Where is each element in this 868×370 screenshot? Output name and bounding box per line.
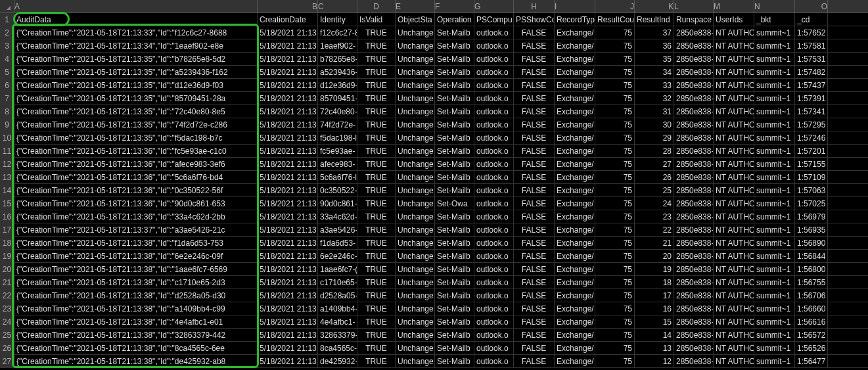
cell[interactable]: Set-Mailb <box>435 53 474 65</box>
cell[interactable]: summit~1 <box>754 250 795 262</box>
cell[interactable]: 75 <box>595 158 635 170</box>
cell[interactable]: 75 <box>595 66 635 78</box>
cell[interactable]: Exchange/ <box>555 342 595 354</box>
cell[interactable]: summit~1 <box>754 39 795 52</box>
cell[interactable]: Unchange <box>396 118 435 131</box>
grid-body[interactable]: 1AuditDataCreationDateIdentityIsValidObj… <box>0 13 868 368</box>
cell[interactable]: Set-Mailb <box>435 223 474 236</box>
cell[interactable]: summit~1 <box>754 184 795 197</box>
cell[interactable]: 1:56755 <box>795 276 828 289</box>
cell[interactable]: 35 <box>635 53 674 65</box>
cell[interactable]: 1:56572 <box>795 329 828 341</box>
cell[interactable]: NT AUTHO <box>714 342 754 354</box>
cell[interactable]: {"CreationTime":"2021-05-18T21:13:36","I… <box>14 210 258 223</box>
cell[interactable]: FALSE <box>514 171 555 183</box>
cell[interactable]: Exchange/ <box>555 158 595 170</box>
cell[interactable]: Unchange <box>396 171 435 183</box>
cell[interactable]: 17 <box>635 289 674 302</box>
cell[interactable]: summit~1 <box>754 342 795 354</box>
row-header[interactable]: 26 <box>0 342 14 354</box>
cell[interactable]: TRUE <box>357 355 396 367</box>
cell[interactable]: {"CreationTime":"2021-05-18T21:13:35","I… <box>14 118 258 131</box>
cell[interactable]: Set-Mailb <box>435 131 474 144</box>
cell[interactable]: 16 <box>635 302 674 315</box>
row-header[interactable]: 13 <box>0 171 14 183</box>
cell[interactable]: NT AUTHO <box>714 26 754 39</box>
cell[interactable]: 1:57063 <box>795 184 828 197</box>
cell[interactable]: Set-Mailb <box>435 237 474 249</box>
cell[interactable]: 1:56979 <box>795 210 828 223</box>
cell[interactable]: Set-Mailb <box>435 105 474 118</box>
cell[interactable]: 5/18/2021 21:13 <box>258 53 318 65</box>
cell[interactable]: outlook.o <box>474 39 514 52</box>
cell[interactable]: Unchange <box>396 355 435 367</box>
row-header[interactable]: 5 <box>0 66 14 78</box>
cell[interactable]: 2850e838- <box>674 250 714 262</box>
row-header[interactable]: 18 <box>0 237 14 249</box>
cell[interactable]: Unchange <box>396 39 435 52</box>
cell[interactable]: FALSE <box>514 289 555 302</box>
cell[interactable]: 2850e838- <box>674 66 714 78</box>
cell[interactable]: 5/18/2021 21:13 <box>258 145 318 157</box>
cell[interactable]: Exchange/ <box>555 118 595 131</box>
cell[interactable]: NT AUTHO <box>714 79 754 91</box>
cell[interactable]: 5/18/2021 21:13 <box>258 250 318 262</box>
col-header-L[interactable]: L <box>674 0 714 12</box>
cell[interactable]: 2850e838- <box>674 79 714 91</box>
cell[interactable]: {"CreationTime":"2021-05-18T21:13:36","I… <box>14 184 258 197</box>
cell[interactable]: Exchange/ <box>555 145 595 157</box>
cell[interactable]: TRUE <box>357 329 396 341</box>
row-header[interactable]: 20 <box>0 263 14 275</box>
cell[interactable]: FALSE <box>514 263 555 275</box>
cell[interactable]: Unchange <box>396 197 435 210</box>
cell[interactable]: NT AUTHO <box>714 276 754 289</box>
cell[interactable]: NT AUTHO <box>714 105 754 118</box>
cell[interactable]: 2850e838- <box>674 39 714 52</box>
cell[interactable]: 37 <box>635 26 674 39</box>
cell[interactable]: Set-Mailb <box>435 118 474 131</box>
cell[interactable]: Set-Mailb <box>435 79 474 91</box>
cell[interactable]: Exchange/ <box>555 26 595 39</box>
cell[interactable]: summit~1 <box>754 210 795 223</box>
cell[interactable]: 33a4c62d- <box>318 210 357 223</box>
cell[interactable]: 1:57391 <box>795 92 828 104</box>
cell[interactable]: summit~1 <box>754 158 795 170</box>
col-header-G[interactable]: G <box>474 0 514 12</box>
cell[interactable]: TRUE <box>357 237 396 249</box>
cell[interactable]: Exchange/ <box>555 250 595 262</box>
cell[interactable]: Unchange <box>396 223 435 236</box>
cell[interactable]: FALSE <box>514 66 555 78</box>
cell[interactable]: {"CreationTime":"2021-05-18T21:13:36","I… <box>14 171 258 183</box>
cell[interactable]: TRUE <box>357 26 396 39</box>
cell[interactable]: 2850e838- <box>674 118 714 131</box>
cell[interactable]: summit~1 <box>754 79 795 91</box>
cell[interactable]: FALSE <box>514 158 555 170</box>
cell[interactable]: outlook.o <box>474 223 514 236</box>
cell[interactable]: Unchange <box>396 237 435 249</box>
cell[interactable]: ResultInd <box>635 13 674 26</box>
cell[interactable]: Unchange <box>396 342 435 354</box>
row-header[interactable]: 12 <box>0 158 14 170</box>
cell[interactable]: FALSE <box>514 355 555 367</box>
cell[interactable]: NT AUTHO <box>714 237 754 249</box>
row-header[interactable]: 4 <box>0 53 14 65</box>
cell[interactable]: summit~1 <box>754 131 795 144</box>
cell[interactable]: 5/18/2021 21:13 <box>258 131 318 144</box>
cell[interactable]: TRUE <box>357 315 396 328</box>
cell[interactable]: outlook.o <box>474 66 514 78</box>
col-header-K[interactable]: K <box>635 0 674 12</box>
cell[interactable]: 75 <box>595 92 635 104</box>
cell[interactable]: NT AUTHO <box>714 250 754 262</box>
cell[interactable]: NT AUTHO <box>714 39 754 52</box>
cell[interactable]: fc5e93ae- <box>318 145 357 157</box>
cell[interactable]: 5/18/2021 21:13 <box>258 355 318 367</box>
cell[interactable]: 1:56800 <box>795 263 828 275</box>
cell[interactable]: Exchange/ <box>555 355 595 367</box>
cell[interactable]: Unchange <box>396 66 435 78</box>
cell[interactable]: {"CreationTime":"2021-05-18T21:13:38","I… <box>14 315 258 328</box>
cell[interactable]: TRUE <box>357 79 396 91</box>
cell[interactable]: 5/18/2021 21:13 <box>258 39 318 52</box>
cell[interactable]: outlook.o <box>474 105 514 118</box>
cell[interactable]: 12 <box>635 355 674 367</box>
cell[interactable]: Set-Mailb <box>435 66 474 78</box>
